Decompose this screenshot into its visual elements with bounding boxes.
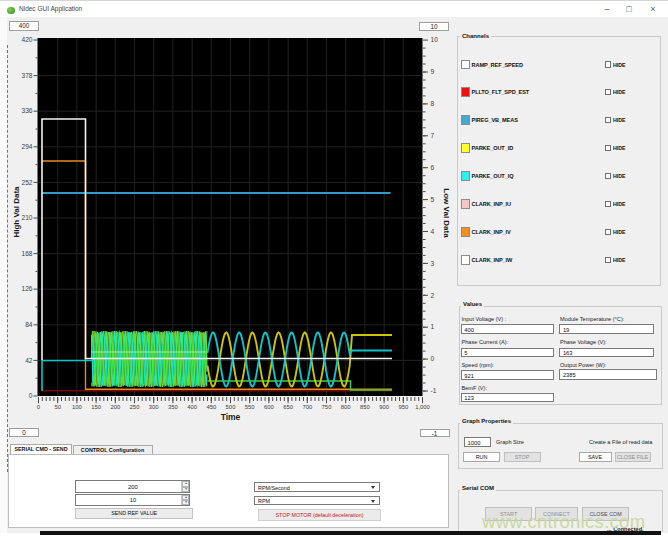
svg-text:5: 5 [431,196,435,203]
svg-text:42: 42 [25,357,33,364]
svg-text:0: 0 [37,404,41,410]
svg-text:850: 850 [360,404,371,410]
svg-text:200: 200 [110,404,121,410]
svg-text:7: 7 [431,132,435,139]
svg-text:4: 4 [431,228,435,235]
svg-text:500: 500 [226,404,237,410]
svg-text:126: 126 [21,285,32,292]
svg-text:950: 950 [398,404,409,410]
svg-text:210: 210 [21,214,32,221]
svg-text:-1: -1 [431,387,437,394]
svg-text:400: 400 [187,404,198,410]
svg-text:350: 350 [168,404,179,410]
svg-text:1: 1 [431,323,435,330]
svg-text:450: 450 [206,404,217,410]
svg-text:2: 2 [431,292,435,299]
svg-text:550: 550 [245,404,256,410]
svg-text:10: 10 [431,36,439,43]
svg-text:High Val Data: High Val Data [12,186,21,238]
svg-text:700: 700 [302,404,313,410]
svg-text:9: 9 [431,68,435,75]
svg-text:300: 300 [149,404,160,410]
svg-text:168: 168 [21,250,32,257]
svg-text:336: 336 [21,107,32,114]
svg-text:294: 294 [21,143,32,150]
svg-text:800: 800 [341,404,352,410]
svg-text:378: 378 [21,72,32,79]
svg-text:600: 600 [264,404,275,410]
svg-text:100: 100 [72,404,83,410]
svg-text:8: 8 [431,100,435,107]
svg-text:6: 6 [431,164,435,171]
svg-text:250: 250 [130,404,141,410]
svg-text:750: 750 [322,404,333,410]
svg-text:252: 252 [21,179,32,186]
svg-text:650: 650 [283,404,294,410]
svg-text:Low Val Data: Low Val Data [442,188,451,238]
svg-text:Time: Time [221,412,241,422]
svg-text:0: 0 [29,392,33,399]
svg-text:420: 420 [21,36,32,43]
svg-text:3: 3 [431,260,435,267]
svg-text:150: 150 [91,404,102,410]
svg-text:1,000: 1,000 [415,404,430,410]
svg-text:50: 50 [54,404,61,410]
svg-text:0: 0 [431,355,435,362]
svg-text:84: 84 [25,321,33,328]
svg-text:900: 900 [379,404,390,410]
